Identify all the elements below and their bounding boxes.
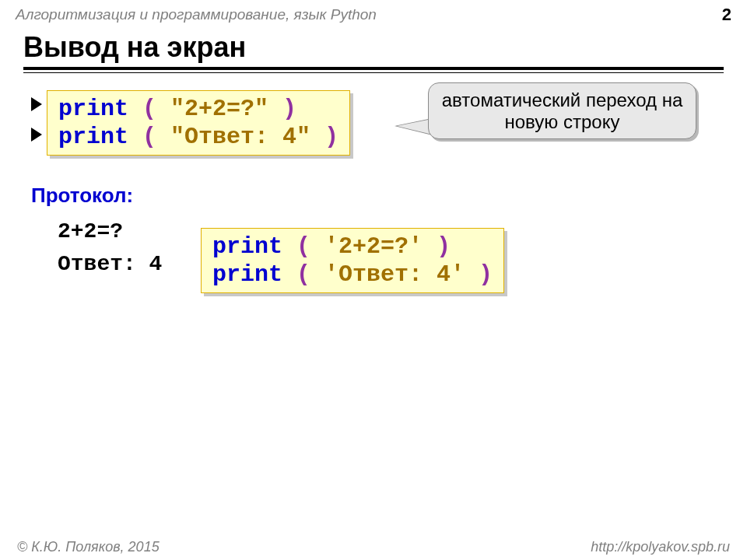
page-number: 2 — [722, 5, 731, 25]
code-block-1: print ( "2+2=?" ) print ( "Ответ: 4" ) — [47, 90, 350, 156]
slide-title: Вывод на экран — [0, 28, 747, 65]
slide-header: Алгоритмизация и программирование, язык … — [0, 0, 747, 28]
protocol-label: Протокол: — [31, 184, 724, 208]
title-divider — [23, 67, 724, 70]
callout-box: автоматический переход на новую строку — [428, 82, 696, 139]
code-line: print ( "2+2=?" ) — [58, 95, 338, 123]
bullet-triangle — [31, 97, 42, 111]
code-line: print ( '2+2=?' ) — [212, 233, 493, 261]
footer-author: © К.Ю. Поляков, 2015 — [17, 539, 160, 555]
code-line: print ( "Ответ: 4" ) — [58, 123, 338, 151]
footer-url: http://kpolyakov.spb.ru — [591, 539, 730, 555]
course-title: Алгоритмизация и программирование, язык … — [16, 6, 377, 23]
slide-footer: © К.Ю. Поляков, 2015 http://kpolyakov.sp… — [0, 539, 747, 557]
bullet-triangle — [31, 128, 42, 142]
code-line: print ( 'Ответ: 4' ) — [212, 261, 493, 289]
code-block-2: print ( '2+2=?' ) print ( 'Ответ: 4' ) — [201, 228, 504, 293]
